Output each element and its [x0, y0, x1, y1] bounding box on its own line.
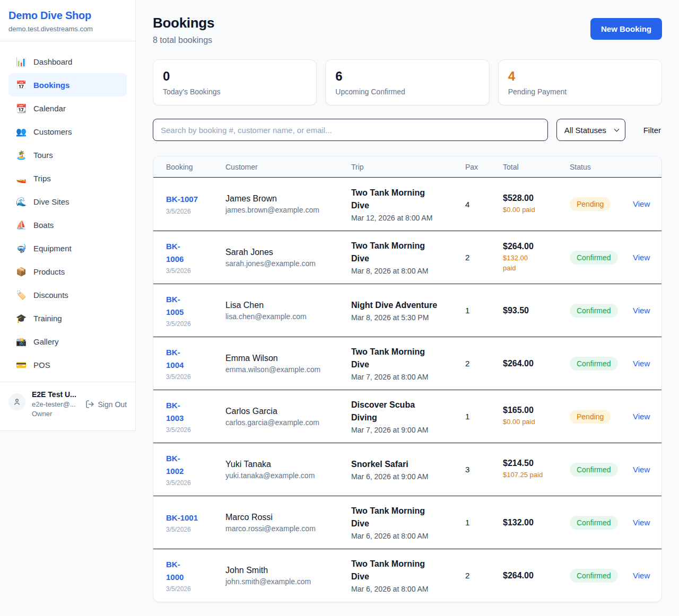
booking-id-link[interactable]: BK- 1003 — [166, 399, 225, 424]
sidebar-item[interactable]: 🏝️ Tours — [8, 143, 127, 166]
customer-email: sarah.jones@example.com — [225, 259, 351, 268]
booking-id-link[interactable]: BK- 1002 — [166, 452, 225, 477]
sidebar-item[interactable]: 📸 Gallery — [8, 330, 127, 353]
view-link[interactable]: View — [633, 465, 650, 474]
actions-cell: View — [633, 518, 650, 527]
view-link[interactable]: View — [633, 412, 650, 421]
column-header-trip: Trip — [351, 163, 465, 171]
booking-cell: BK- 1003 3/5/2026 — [166, 399, 225, 434]
customer-name: Yuki Tanaka — [225, 460, 351, 469]
sidebar-item-label: Gallery — [33, 337, 59, 346]
sidebar-item-icon: ⛵ — [16, 220, 27, 230]
view-link[interactable]: View — [633, 571, 650, 580]
booking-id-link[interactable]: BK- 1004 — [166, 346, 225, 371]
status-filter-select[interactable]: All Statuses — [556, 119, 625, 141]
stat-value: 0 — [163, 69, 307, 84]
sidebar-item-icon: 🤿 — [16, 243, 27, 253]
sidebar-item[interactable]: 📊 Dashboard — [8, 50, 127, 73]
trip-name: Snorkel Safari — [351, 458, 465, 471]
customer-email: lisa.chen@example.com — [225, 312, 351, 321]
booking-id-link[interactable]: BK- 1000 — [166, 558, 225, 583]
trip-datetime: Mar 8, 2026 at 8:00 AM — [351, 267, 465, 275]
total-amount: $214.50 — [503, 459, 570, 468]
status-badge: Pending — [570, 197, 611, 211]
trip-cell: Two Tank Morning Dive Mar 6, 2026 at 8:0… — [351, 558, 465, 593]
total-amount: $264.00 — [503, 359, 570, 368]
user-email: e2e-tester@... — [32, 400, 76, 408]
actions-cell: View — [633, 412, 650, 421]
pax-cell: 2 — [465, 571, 503, 580]
view-link[interactable]: View — [633, 359, 650, 368]
sidebar-item[interactable]: 🚤 Trips — [8, 166, 127, 190]
customer-name: Emma Wilson — [225, 354, 351, 363]
filter-button[interactable]: Filter — [642, 121, 662, 139]
status-badge: Confirmed — [570, 357, 618, 371]
sidebar-item[interactable]: 📦 Products — [8, 260, 127, 283]
sidebar-item[interactable]: ⛵ Boats — [8, 213, 127, 236]
avatar — [8, 393, 25, 410]
stat-value: 4 — [508, 69, 652, 84]
user-section: E2E Test U... e2e-tester@... Owner Sign … — [0, 382, 135, 430]
stat-card-pending-payment: 4 Pending Payment — [498, 59, 662, 105]
customer-email: john.smith@example.com — [225, 577, 351, 586]
sidebar-item[interactable]: 💳 POS — [8, 353, 127, 376]
view-link[interactable]: View — [633, 199, 650, 208]
booking-cell: BK- 1002 3/5/2026 — [166, 452, 225, 487]
trip-name: Two Tank Morning Dive — [351, 346, 465, 371]
total-cell: $165.00 $0.00 paid — [503, 406, 570, 427]
new-booking-button[interactable]: New Booking — [590, 18, 662, 40]
sidebar-item-icon: 📅 — [16, 80, 27, 90]
sidebar-item[interactable]: 📆 Calendar — [8, 96, 127, 120]
booking-id-link[interactable]: BK- 1005 — [166, 293, 225, 318]
sidebar-item-icon: 🚤 — [16, 173, 27, 183]
total-amount: $264.00 — [503, 571, 570, 580]
total-amount: $132.00 — [503, 518, 570, 527]
sign-out-button[interactable]: Sign Out — [85, 400, 127, 409]
actions-cell: View — [633, 571, 650, 580]
trip-cell: Discover Scuba Diving Mar 7, 2026 at 9:0… — [351, 399, 465, 434]
sidebar-item[interactable]: 🌊 Dive Sites — [8, 190, 127, 213]
table-row: BK- 1005 3/5/2026 Lisa Chen lisa.chen@ex… — [153, 284, 661, 337]
actions-cell: View — [633, 306, 650, 315]
user-role: Owner — [32, 410, 76, 418]
booking-cell: BK-1001 3/5/2026 — [166, 512, 225, 533]
person-icon — [13, 398, 21, 406]
booking-date: 3/5/2026 — [166, 373, 225, 381]
trip-name: Discover Scuba Diving — [351, 399, 465, 424]
bookings-table-body: BK-1007 3/5/2026 James Brown james.brown… — [153, 178, 661, 602]
sidebar-item[interactable]: 👥 Customers — [8, 120, 127, 143]
status-cell: Confirmed — [570, 304, 633, 318]
status-badge: Pending — [570, 410, 611, 424]
status-cell: Confirmed — [570, 251, 633, 265]
customer-cell: Yuki Tanaka yuki.tanaka@example.com — [225, 460, 351, 480]
actions-cell: View — [633, 253, 650, 262]
sidebar: Demo Dive Shop demo.test.divestreams.com… — [0, 0, 136, 431]
paid-amount: $0.00 paid — [503, 205, 570, 215]
sidebar-item-icon: 📊 — [16, 57, 27, 67]
pax-cell: 2 — [465, 253, 503, 262]
status-filter-wrap: All Statuses — [556, 119, 625, 141]
sidebar-item[interactable]: 🏷️ Discounts — [8, 283, 127, 306]
booking-id-link[interactable]: BK-1007 — [166, 193, 225, 205]
booking-date: 3/5/2026 — [166, 267, 225, 275]
view-link[interactable]: View — [633, 306, 650, 315]
bookings-table: Booking Customer Trip Pax Total Status B… — [153, 156, 662, 602]
customer-email: emma.wilson@example.com — [225, 365, 351, 374]
booking-date: 3/5/2026 — [166, 526, 225, 533]
booking-id-link[interactable]: BK- 1006 — [166, 240, 225, 265]
search-input[interactable] — [153, 119, 548, 141]
view-link[interactable]: View — [633, 518, 650, 527]
customer-cell: Emma Wilson emma.wilson@example.com — [225, 354, 351, 374]
total-amount: $165.00 — [503, 406, 570, 415]
view-link[interactable]: View — [633, 253, 650, 262]
booking-cell: BK- 1006 3/5/2026 — [166, 240, 225, 275]
pax-cell: 4 — [465, 200, 503, 209]
status-cell: Pending — [570, 410, 633, 424]
sidebar-item[interactable]: 📅 Bookings — [8, 73, 127, 96]
sidebar-item[interactable]: 🎓 Training — [8, 306, 127, 330]
sidebar-item-label: Discounts — [33, 291, 68, 300]
sidebar-item[interactable]: 🤿 Equipment — [8, 236, 127, 260]
booking-id-link[interactable]: BK-1001 — [166, 512, 225, 524]
pax-cell: 1 — [465, 518, 503, 527]
customer-name: Sarah Jones — [225, 248, 351, 257]
